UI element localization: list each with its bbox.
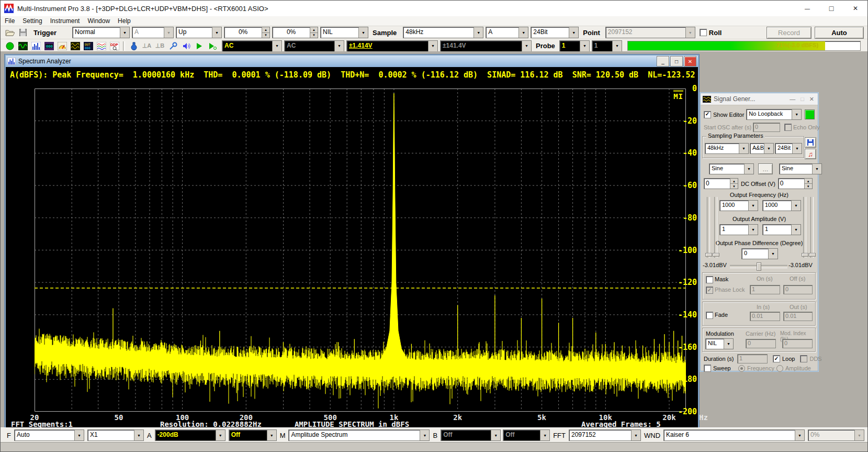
sound-device-icon[interactable] <box>180 41 192 51</box>
roll-checkbox[interactable] <box>700 29 707 36</box>
dropdown-arrow-icon[interactable] <box>812 164 821 174</box>
data-logger-icon[interactable] <box>95 41 107 51</box>
siggen-titlebar[interactable]: Signal Gener... — □ ✕ <box>701 93 818 105</box>
siggen-minimize-icon[interactable]: — <box>790 96 795 103</box>
dropdown-arrow-icon[interactable] <box>518 27 528 38</box>
balance-slider[interactable] <box>730 265 787 268</box>
trigger-mode-select[interactable]: Normal <box>72 27 130 38</box>
freq-axis-mode-select[interactable]: Auto <box>14 429 84 441</box>
trigger-level-spinner[interactable]: 0% <box>224 27 270 38</box>
oscilloscope-icon[interactable] <box>4 41 16 51</box>
spectrum-analyzer-icon[interactable] <box>30 41 42 51</box>
zero-calibrate-b-icon[interactable]: ⊥B <box>154 41 166 51</box>
x-zoom-select[interactable]: X1 <box>87 429 144 441</box>
amplitude-slider-a1[interactable] <box>707 197 710 258</box>
dropdown-arrow-icon[interactable] <box>748 225 758 235</box>
spin-down-icon[interactable] <box>310 33 318 38</box>
auto-button[interactable]: Auto <box>815 27 864 39</box>
window-function-select[interactable]: Kaiser 6 <box>663 429 805 441</box>
dc-offset-a-spinner[interactable]: 0 <box>704 178 738 189</box>
wave-a-select[interactable]: Sine <box>709 163 754 174</box>
dropdown-arrow-icon[interactable] <box>739 144 748 153</box>
sample-channel-select[interactable]: A <box>486 27 528 38</box>
dropdown-arrow-icon[interactable] <box>428 41 437 51</box>
dropdown-arrow-icon[interactable] <box>748 201 758 211</box>
open-icon[interactable] <box>4 27 16 38</box>
spin-up-icon[interactable] <box>310 27 318 33</box>
spin-down-icon[interactable] <box>262 33 269 38</box>
amp-b-select[interactable]: 1 <box>762 224 801 235</box>
dropdown-arrow-icon[interactable] <box>358 27 368 38</box>
spectrum-minimize-icon[interactable]: _ <box>657 56 669 67</box>
modulation-select[interactable]: NIL <box>705 338 734 349</box>
siggen-channels-select[interactable]: A&B <box>750 143 774 154</box>
siggen-close-icon[interactable]: ✕ <box>809 96 814 103</box>
probe-calibration-icon[interactable] <box>167 41 179 51</box>
dropdown-arrow-icon[interactable] <box>216 430 225 440</box>
phase-select[interactable]: 0 <box>741 248 778 259</box>
output-enabled-indicator[interactable] <box>805 109 815 119</box>
menu-file[interactable]: File <box>5 17 19 25</box>
siggen-save-button[interactable] <box>805 137 816 148</box>
range-a-select[interactable]: ±1.414V <box>346 40 438 52</box>
dropdown-arrow-icon[interactable] <box>764 144 773 153</box>
spectrum-close-icon[interactable]: ✕ <box>684 56 696 67</box>
sample-rate-select[interactable]: 48kHz <box>403 27 483 38</box>
a-range-select[interactable]: -200dB <box>155 429 226 441</box>
dropdown-arrow-icon[interactable] <box>74 430 84 440</box>
spectrum-chart[interactable] <box>35 89 686 412</box>
dropdown-arrow-icon[interactable] <box>474 27 483 38</box>
minimize-icon[interactable] <box>795 1 819 16</box>
dropdown-arrow-icon[interactable] <box>272 41 281 51</box>
siggen-bits-select[interactable]: 24Bit <box>775 143 802 154</box>
siggen-maximize-icon[interactable]: □ <box>801 96 804 103</box>
freq-a-select[interactable]: 1000 <box>719 200 758 211</box>
freq-b-select[interactable]: 1000 <box>762 200 801 211</box>
siggen-music-button[interactable]: ♫ <box>805 149 816 159</box>
bit-depth-select[interactable]: 24Bit <box>531 27 579 38</box>
menu-setting[interactable]: Setting <box>22 17 47 25</box>
amplitude-slider-a2[interactable] <box>714 197 717 258</box>
dropdown-arrow-icon[interactable] <box>267 430 276 440</box>
dropdown-arrow-icon[interactable] <box>631 430 640 440</box>
show-editor-checkbox[interactable] <box>704 111 711 118</box>
dropdown-arrow-icon[interactable] <box>569 27 578 38</box>
amp-a-select[interactable]: 1 <box>719 224 758 235</box>
signal-generator-icon[interactable] <box>17 41 29 51</box>
dropdown-arrow-icon[interactable] <box>795 430 804 440</box>
spectrum-3d-plot-icon[interactable] <box>69 41 81 51</box>
spectrum-plot-area[interactable] <box>35 89 686 412</box>
spectrum-mode-select[interactable]: Amplitude Spectrum <box>288 429 430 441</box>
dc-offset-b-spinner[interactable]: 0 <box>778 178 813 189</box>
a-extra-select[interactable]: Off <box>229 429 277 441</box>
spin-down-icon[interactable] <box>730 184 738 189</box>
hpf-select[interactable]: NIL <box>320 27 368 38</box>
dropdown-arrow-icon[interactable] <box>134 430 143 440</box>
dropdown-arrow-icon[interactable] <box>580 41 589 51</box>
siggen-rate-select[interactable]: 48kHz <box>705 143 749 154</box>
dropdown-arrow-icon[interactable] <box>744 164 753 174</box>
spin-up-icon[interactable] <box>262 27 269 33</box>
dropdown-arrow-icon[interactable] <box>120 27 129 38</box>
amplitude-slider-b1[interactable] <box>803 197 806 258</box>
menu-help[interactable]: Help <box>118 17 136 25</box>
dropdown-arrow-icon[interactable] <box>768 249 777 259</box>
dropdown-arrow-icon[interactable] <box>792 109 801 119</box>
dropdown-arrow-icon[interactable] <box>212 27 221 38</box>
fade-checkbox[interactable] <box>706 312 713 319</box>
wave-b-select[interactable]: Sine <box>779 163 822 174</box>
sweep-checkbox[interactable] <box>704 365 711 372</box>
loopback-select[interactable]: No Loopback <box>746 109 802 120</box>
dropdown-arrow-icon[interactable] <box>420 430 429 440</box>
spectrum-maximize-icon[interactable]: □ <box>670 56 683 67</box>
run-icon[interactable] <box>193 41 205 51</box>
mask-checkbox[interactable] <box>706 276 713 283</box>
spin-up-icon[interactable] <box>805 179 812 184</box>
menu-instrument[interactable]: Instrument <box>50 17 85 25</box>
device-test-plan-icon[interactable] <box>56 41 68 51</box>
fft-size-select[interactable]: 2097152 <box>569 429 641 441</box>
loop-checkbox[interactable] <box>773 355 780 362</box>
spin-down-icon[interactable] <box>805 184 812 189</box>
probe-a-select[interactable]: 1 <box>559 40 590 52</box>
run-single-icon[interactable] <box>206 41 218 51</box>
